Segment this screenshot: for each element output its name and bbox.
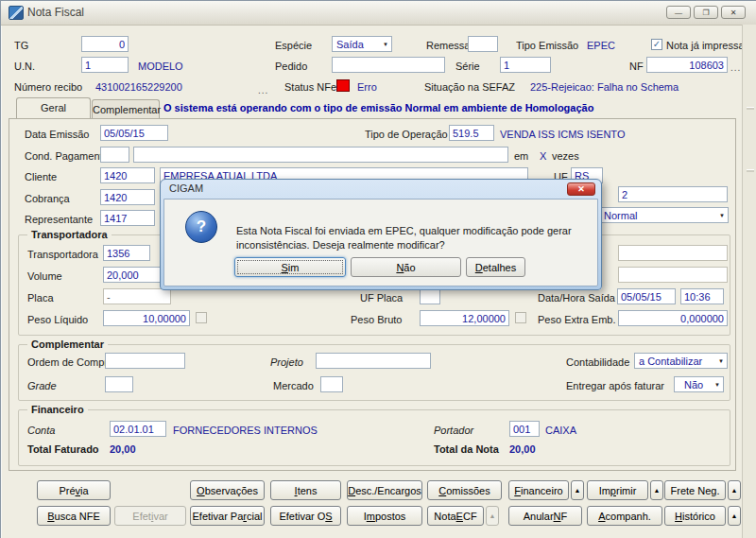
peso-bruto-checkbox[interactable] xyxy=(515,312,526,323)
gutter-grip xyxy=(747,107,754,110)
cliente-code-field[interactable] xyxy=(100,167,155,183)
observacoes-button[interactable]: Observações xyxy=(190,480,265,500)
efetivar-parcial-button[interactable]: Efetivar Parcial xyxy=(190,506,265,526)
transportadora-right-field-2[interactable] xyxy=(618,267,728,283)
cobranca-code-field[interactable] xyxy=(100,189,155,205)
desc-encargos-button[interactable]: Desc./Encargos xyxy=(347,480,422,500)
projeto-field[interactable] xyxy=(316,353,431,369)
previa-button[interactable]: Prévia xyxy=(37,480,111,500)
nao-button[interactable]: Não xyxy=(351,257,461,277)
hora-saida-field[interactable] xyxy=(680,288,724,304)
financeiro-button[interactable]: Financeiro xyxy=(508,480,569,500)
dialog-message-line1: Esta Nota Fiscal foi enviada em EPEC, qu… xyxy=(236,224,576,238)
transportadora-right-field-1[interactable] xyxy=(618,245,728,261)
peso-liquido-checkbox[interactable] xyxy=(196,312,207,323)
tab-geral[interactable]: Geral xyxy=(16,97,91,118)
nota-ecf-button[interactable]: Nota ECF xyxy=(427,506,484,526)
maximize-icon: ❐ xyxy=(702,9,709,17)
nota-ecf-expand-button[interactable]: ▲ xyxy=(486,506,499,526)
detalhes-button[interactable]: Detalhes xyxy=(466,257,525,277)
extra-field[interactable] xyxy=(618,186,728,202)
contabilidade-dropdown[interactable]: a Contabilizar ▼ xyxy=(634,353,728,369)
tipo-operacao-label: Tipo de Operação xyxy=(365,129,448,140)
tipo-operacao-field[interactable] xyxy=(449,125,494,141)
close-button[interactable]: ✕ xyxy=(721,6,746,19)
entregar-dropdown[interactable]: Não ▼ xyxy=(674,376,724,392)
historico-button[interactable]: Histórico xyxy=(664,506,726,526)
peso-liquido-field[interactable] xyxy=(103,310,190,326)
peso-bruto-field[interactable] xyxy=(420,310,509,326)
recibo-lookup-button[interactable]: ... xyxy=(258,88,268,94)
portador-desc: CAIXA xyxy=(545,425,576,436)
itens-button[interactable]: Itens xyxy=(270,480,341,500)
maximize-button[interactable]: ❐ xyxy=(694,6,718,19)
nota-impressa-label: Nota já impressa xyxy=(666,40,745,51)
mercado-field[interactable] xyxy=(320,376,343,392)
emissao-dropdown-value: Normal xyxy=(604,210,637,221)
status-error-color-box xyxy=(336,79,350,92)
nf-field[interactable] xyxy=(646,57,728,73)
peso-extra-label: Peso Extra Emb. xyxy=(538,314,616,325)
homologacao-banner: O sistema está operando com o tipo de em… xyxy=(163,102,593,113)
minimize-icon: — xyxy=(675,9,682,17)
anular-nf-button[interactable]: Anular NF xyxy=(508,506,582,526)
acompanh-button[interactable]: Acompanh. xyxy=(587,506,662,526)
close-icon: ✕ xyxy=(577,184,585,194)
placa-label: Placa xyxy=(27,292,54,304)
remessa-label: Remessa xyxy=(426,40,470,51)
data-emissao-field[interactable] xyxy=(100,125,168,141)
un-field[interactable] xyxy=(81,57,129,73)
up-arrow-icon: ▲ xyxy=(490,512,496,519)
tipo-emissao-value: EPEC xyxy=(587,40,615,51)
comissoes-button[interactable]: Comissões xyxy=(427,480,502,500)
uf-placa-field[interactable] xyxy=(420,288,440,304)
busca-nfe-button[interactable]: Busca NFE xyxy=(37,506,111,526)
frete-neg-expand-button[interactable]: ▲ xyxy=(728,480,741,500)
nf-lookup-button[interactable]: ... xyxy=(730,65,741,71)
data-saida-field[interactable] xyxy=(617,288,676,304)
dialog-close-button[interactable]: ✕ xyxy=(567,182,595,196)
representante-code-field[interactable] xyxy=(100,210,155,226)
vezes-label: vezes xyxy=(552,150,579,162)
minimize-button[interactable]: — xyxy=(666,6,691,19)
pedido-field[interactable] xyxy=(332,57,445,73)
data-emissao-label: Data Emissão xyxy=(25,129,89,140)
status-nfe-value: Erro xyxy=(357,81,377,93)
cond-pagamento-code-field[interactable] xyxy=(100,147,129,163)
tipo-operacao-desc: VENDA ISS ICMS ISENTO xyxy=(500,129,625,140)
up-arrow-icon: ▲ xyxy=(575,487,581,494)
conta-field[interactable] xyxy=(110,421,166,437)
tg-field[interactable] xyxy=(81,36,129,52)
cond-pagamento-desc-field[interactable] xyxy=(133,147,508,163)
portador-field[interactable] xyxy=(509,421,540,437)
transportadora-legend: Transportadora xyxy=(27,229,112,240)
efetivar-os-button[interactable]: Efetivar OS xyxy=(270,506,341,526)
efetivar-button[interactable]: Efetivar xyxy=(114,506,186,526)
serie-field[interactable] xyxy=(500,57,551,73)
nota-impressa-checkbox[interactable]: ✓ xyxy=(651,39,662,50)
impostos-button[interactable]: Impostos xyxy=(347,506,422,526)
contabilidade-value: a Contabilizar xyxy=(639,356,702,367)
especie-dropdown[interactable]: Saída ▼ xyxy=(332,36,392,52)
sim-button[interactable]: Sim xyxy=(234,257,346,277)
imprimir-button[interactable]: Imprimir xyxy=(587,480,648,500)
financeiro-expand-button[interactable]: ▲ xyxy=(571,480,584,500)
projeto-label: Projeto xyxy=(270,356,303,368)
ordem-compra-field[interactable] xyxy=(105,353,185,369)
imprimir-expand-button[interactable]: ▲ xyxy=(650,480,663,500)
emissao-dropdown[interactable]: Normal ▼ xyxy=(599,207,729,223)
uf-placa-label: UF Placa xyxy=(360,292,403,304)
close-icon: ✕ xyxy=(730,9,737,17)
frete-neg-button[interactable]: Frete Neg. xyxy=(664,480,726,500)
placa-field[interactable] xyxy=(103,288,171,304)
grade-field[interactable] xyxy=(105,376,133,392)
remessa-field[interactable] xyxy=(468,36,498,52)
peso-extra-field[interactable] xyxy=(618,310,728,326)
up-arrow-icon: ▲ xyxy=(654,487,661,494)
cliente-label: Cliente xyxy=(25,171,57,182)
tg-label: TG xyxy=(14,40,28,51)
historico-expand-button[interactable]: ▲ xyxy=(728,506,741,526)
tab-complementar[interactable]: Complementar xyxy=(92,99,160,118)
contabilidade-label: Contabilidade xyxy=(566,356,629,368)
transportadora-code-field[interactable] xyxy=(103,245,150,261)
